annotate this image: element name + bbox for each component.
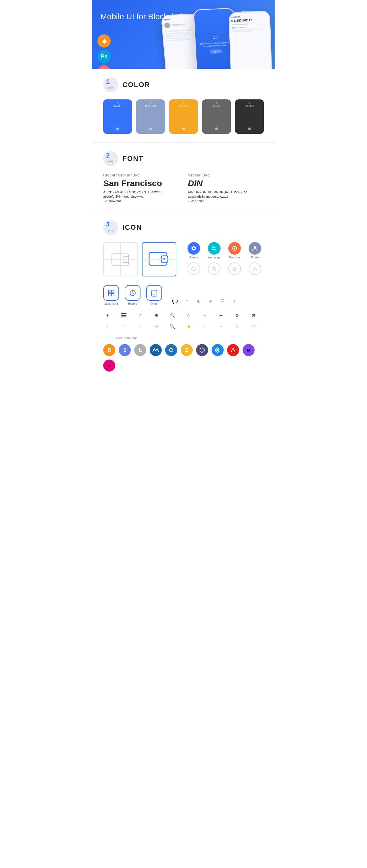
share-icon: ⇤ — [217, 311, 225, 320]
stack-icon: ≡ — [182, 297, 191, 305]
svg-point-13 — [234, 268, 235, 269]
color-swatch-4: #666666 — [202, 99, 231, 134]
svg-rect-1 — [123, 257, 128, 262]
icon-title: ICON — [122, 223, 142, 231]
svg-point-12 — [233, 267, 236, 271]
icon-exchange: Exchange — [205, 242, 223, 259]
discover-icon — [228, 242, 241, 255]
icon-discover-outline — [226, 262, 244, 275]
phone-balance-sub: Available amount total — [231, 22, 268, 26]
font2-upper: ABCDEFGHIJKLMNOPQRSTUVWXYZ — [188, 190, 264, 194]
eth-icon: ⟠ — [119, 344, 131, 356]
dot-icon: ● — [103, 360, 115, 372]
color-swatch-1: #3574FA — [103, 99, 132, 134]
exchange-outline-icon — [208, 262, 221, 275]
profile-label: Profile — [251, 256, 259, 259]
hero-badges: ◈ Ps 60+ Screens — [97, 34, 111, 69]
icon-construction-outline — [103, 242, 138, 276]
grid-icon — [196, 344, 208, 356]
font2-lower: abcdefghijklmnopqrstuvwxyz — [188, 195, 264, 198]
svg-rect-15 — [108, 290, 111, 293]
management-icon-item: Mangment — [103, 285, 119, 305]
history-icon — [125, 285, 140, 301]
x-icon-gray: ✕ — [233, 322, 242, 331]
history-icon-item: History — [125, 285, 140, 305]
font1-lower: abcdefghijklmnopqrstuvwxyz — [103, 195, 179, 198]
icon-assets: Assets — [185, 242, 202, 259]
color-dot-4 — [215, 127, 218, 130]
refresh-icon-gray: ↔ — [217, 322, 225, 331]
font1-nums: 1234567890 — [103, 199, 179, 203]
color-dot-1 — [116, 127, 119, 130]
icon-exchange-outline — [205, 262, 223, 275]
management-label: Mangment — [104, 302, 118, 305]
font1-name: San Francisco — [103, 179, 179, 188]
circle-icon: ● — [206, 297, 215, 305]
color-dot-5 — [248, 127, 251, 130]
list-icon-gray: ≡ — [119, 322, 128, 331]
check-icon: ✓ — [136, 311, 144, 320]
icon-assets-outline — [185, 262, 202, 275]
svg-rect-18 — [112, 293, 114, 296]
sketch-badge: ◈ — [97, 34, 111, 48]
phone-mockups: Profile ▭ Character may be manifested in… — [161, 6, 275, 69]
order-icon-item: Order — [146, 285, 162, 305]
exchange-label: Exchange — [208, 256, 221, 259]
assets-icon — [188, 242, 200, 255]
blockchain-line — [103, 338, 112, 338]
wallet-icon: ▭ — [212, 32, 219, 41]
management-icon — [103, 285, 119, 301]
ltc-icon: Ł — [134, 344, 146, 356]
phone-right: myWallet $ 6,297,502.12 Available amount… — [228, 10, 272, 69]
svg-rect-0 — [112, 254, 129, 265]
icon-construction-filled — [142, 242, 176, 276]
plus-icon: + — [103, 311, 112, 320]
blockchain-label: BlockChain Icon — [115, 336, 138, 340]
font-title: FONT — [122, 155, 143, 163]
screens-badge: 60+ Screens — [97, 65, 111, 69]
chat-icon: 💬 — [171, 297, 179, 305]
svg-rect-17 — [108, 293, 111, 296]
section-number-2: 2 TWO — [103, 151, 118, 166]
font-section: 2 TWO FONT Regular ' Medium ' Bold San F… — [92, 143, 275, 211]
plus-icon-gray: + — [103, 322, 112, 331]
search-icon-gray: 🔍 — [168, 322, 177, 331]
font-2: Medium ' Bold DIN ABCDEFGHIJKLMNOPQRSTUV… — [188, 173, 264, 203]
order-label: Order — [150, 302, 158, 305]
svg-point-5 — [163, 258, 165, 260]
font1-label: Regular ' Medium ' Bold — [103, 173, 179, 177]
color-swatch-3: #F5A623 — [169, 99, 198, 134]
icon-profile-outline — [246, 262, 264, 275]
crypto-icons-row: ₿ ⟠ Ł Z M ● — [103, 344, 264, 372]
font2-name: DIN — [188, 179, 264, 188]
history-label: History — [128, 302, 137, 305]
svg-rect-27 — [121, 316, 126, 317]
color-dot-2 — [149, 127, 152, 130]
svg-point-2 — [124, 259, 126, 260]
ark-icon — [227, 344, 239, 356]
blockchain-divider: BlockChain Icon — [103, 336, 264, 340]
color-title: COLOR — [122, 81, 150, 89]
zcash-icon: Z — [181, 344, 193, 356]
search-icon: 🔍 — [168, 311, 177, 320]
svg-point-20 — [134, 290, 135, 292]
font2-nums: 1234567890 — [188, 199, 264, 203]
color-swatch-5: #303030 — [235, 99, 264, 134]
icon-discover: Discover — [226, 242, 244, 259]
phone-balance: $ 6,297,502.12 — [231, 18, 268, 23]
svg-marker-35 — [217, 349, 219, 351]
export-icon: ⊡ — [249, 311, 258, 320]
back-icon: ‹ — [201, 311, 209, 320]
svg-rect-16 — [112, 290, 114, 293]
svg-rect-26 — [121, 315, 126, 316]
section-number-1: 1 ONE — [103, 78, 118, 92]
section-number-3: 3 THREE — [103, 220, 118, 235]
color-dot-3 — [182, 127, 185, 130]
color-swatches: #3574FA #8DA0C8 #F5A623 #666666 #303030 — [103, 99, 264, 134]
strat-icon — [211, 344, 224, 356]
star-icon: ☆ — [185, 311, 193, 320]
profile-icon — [249, 242, 261, 255]
svg-rect-4 — [162, 256, 168, 263]
hero-section: UI Kit Mobile UI for Blockchain Wallet ◈… — [92, 0, 275, 69]
discover-label: Discover — [229, 256, 240, 259]
